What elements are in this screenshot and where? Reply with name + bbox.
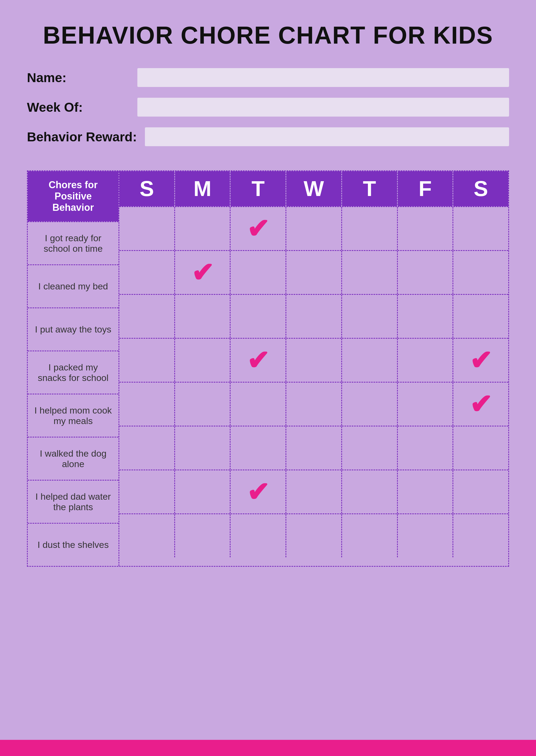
week-row: Week Of: <box>27 98 509 116</box>
grid-cell-5-6[interactable] <box>452 426 508 470</box>
grid-cell-4-2[interactable] <box>230 383 285 425</box>
chore-label-5: I walked the dog alone <box>28 437 118 480</box>
chore-label-7: I dust the shelves <box>28 523 118 566</box>
grid-cell-6-2[interactable]: ✔ <box>230 470 285 514</box>
chore-label-0: I got ready for school on time <box>28 221 118 265</box>
grid-cell-7-1[interactable] <box>174 514 230 557</box>
grid-cell-7-2[interactable] <box>230 514 285 557</box>
grid-cell-6-4[interactable] <box>341 470 397 514</box>
days-grid: SMTWTFS ✔✔✔✔✔✔ <box>119 171 508 566</box>
grid-cell-1-2[interactable] <box>230 251 285 294</box>
grid-cell-3-5[interactable] <box>397 339 453 382</box>
grid-cell-1-5[interactable] <box>397 251 453 294</box>
grid-cell-0-1[interactable] <box>174 207 230 250</box>
grid-cell-7-4[interactable] <box>341 514 397 557</box>
grid-cell-5-1[interactable] <box>174 426 230 470</box>
chore-label-2: I put away the toys <box>28 307 118 351</box>
grid-row-5 <box>119 425 508 470</box>
chore-label-4: I helped mom cook my meals <box>28 394 118 437</box>
grid-cell-1-6[interactable] <box>452 251 508 294</box>
checkmark-icon: ✔ <box>469 391 492 418</box>
grid-cell-5-3[interactable] <box>285 426 341 470</box>
chart-container: Chores for Positive Behavior I got ready… <box>27 171 509 567</box>
grid-cell-1-4[interactable] <box>341 251 397 294</box>
days-header-row: SMTWTFS <box>119 171 508 206</box>
day-header-6: S <box>452 171 508 206</box>
grid-cell-5-5[interactable] <box>397 426 453 470</box>
grid-cell-6-0[interactable] <box>119 470 174 514</box>
main-content: BEHAVIOR CHORE CHART FOR KIDS Name: Week… <box>0 0 536 740</box>
grid-cell-6-6[interactable] <box>452 470 508 514</box>
grid-cell-2-6[interactable] <box>452 295 508 338</box>
grid-cell-1-3[interactable] <box>285 251 341 294</box>
grid-cell-3-3[interactable] <box>285 339 341 382</box>
grid-cell-1-0[interactable] <box>119 251 174 294</box>
day-header-2: T <box>230 171 285 206</box>
grid-cell-0-5[interactable] <box>397 207 453 250</box>
grid-cell-4-4[interactable] <box>341 383 397 425</box>
chore-label-3: I packed my snacks for school <box>28 351 118 394</box>
chore-label-1: I cleaned my bed <box>28 265 118 307</box>
grid-cell-4-3[interactable] <box>285 383 341 425</box>
page-title: BEHAVIOR CHORE CHART FOR KIDS <box>27 21 509 49</box>
day-header-1: M <box>174 171 230 206</box>
checkmark-icon: ✔ <box>247 215 269 242</box>
grid-row-1: ✔ <box>119 250 508 294</box>
grid-cell-7-5[interactable] <box>397 514 453 557</box>
grid-cell-2-2[interactable] <box>230 295 285 338</box>
grid-cell-7-3[interactable] <box>285 514 341 557</box>
grid-cell-4-1[interactable] <box>174 383 230 425</box>
grid-cell-7-6[interactable] <box>452 514 508 557</box>
day-header-5: F <box>397 171 453 206</box>
grid-cell-3-1[interactable] <box>174 339 230 382</box>
grid-cell-2-1[interactable] <box>174 295 230 338</box>
name-row: Name: <box>27 68 509 87</box>
grid-cell-4-0[interactable] <box>119 383 174 425</box>
grid-cell-7-0[interactable] <box>119 514 174 557</box>
grid-cell-3-4[interactable] <box>341 339 397 382</box>
grid-cell-3-6[interactable]: ✔ <box>452 339 508 382</box>
grid-cell-2-3[interactable] <box>285 295 341 338</box>
reward-label: Behavior Reward: <box>27 130 137 144</box>
grid-row-3: ✔✔ <box>119 338 508 382</box>
week-label: Week Of: <box>27 100 129 115</box>
grid-row-2 <box>119 294 508 338</box>
grid-cell-4-6[interactable]: ✔ <box>452 383 508 425</box>
fields-section: Name: Week Of: Behavior Reward: <box>27 68 509 146</box>
reward-row: Behavior Reward: <box>27 127 509 146</box>
reward-input[interactable] <box>145 127 509 146</box>
grid-cell-3-0[interactable] <box>119 339 174 382</box>
grid-row-0: ✔ <box>119 206 508 250</box>
grid-cell-0-6[interactable] <box>452 207 508 250</box>
grid-cell-2-5[interactable] <box>397 295 453 338</box>
grid-cell-2-4[interactable] <box>341 295 397 338</box>
day-header-0: S <box>119 171 174 206</box>
name-label: Name: <box>27 70 129 85</box>
grid-row-7 <box>119 514 508 557</box>
checkmark-icon: ✔ <box>247 478 269 505</box>
grid-cell-4-5[interactable] <box>397 383 453 425</box>
grid-cell-5-4[interactable] <box>341 426 397 470</box>
grid-cell-5-0[interactable] <box>119 426 174 470</box>
grid-cell-0-0[interactable] <box>119 207 174 250</box>
grid-row-6: ✔ <box>119 470 508 514</box>
grid-row-4: ✔ <box>119 382 508 425</box>
grid-cell-0-4[interactable] <box>341 207 397 250</box>
grid-cell-2-0[interactable] <box>119 295 174 338</box>
name-input[interactable] <box>137 68 509 87</box>
grid-cell-0-2[interactable]: ✔ <box>230 207 285 250</box>
checkmark-icon: ✔ <box>247 347 269 374</box>
grid-cell-0-3[interactable] <box>285 207 341 250</box>
grid-cell-6-5[interactable] <box>397 470 453 514</box>
week-input[interactable] <box>137 98 509 116</box>
grid-cell-1-1[interactable]: ✔ <box>174 251 230 294</box>
chores-header: Chores for Positive Behavior <box>28 171 118 221</box>
grid-cell-3-2[interactable]: ✔ <box>230 339 285 382</box>
checkmark-icon: ✔ <box>469 347 492 374</box>
grid-cell-5-2[interactable] <box>230 426 285 470</box>
grid-cell-6-1[interactable] <box>174 470 230 514</box>
chores-column: Chores for Positive Behavior I got ready… <box>28 171 119 566</box>
chore-label-6: I helped dad water the plants <box>28 480 118 523</box>
day-header-3: W <box>285 171 341 206</box>
grid-cell-6-3[interactable] <box>285 470 341 514</box>
